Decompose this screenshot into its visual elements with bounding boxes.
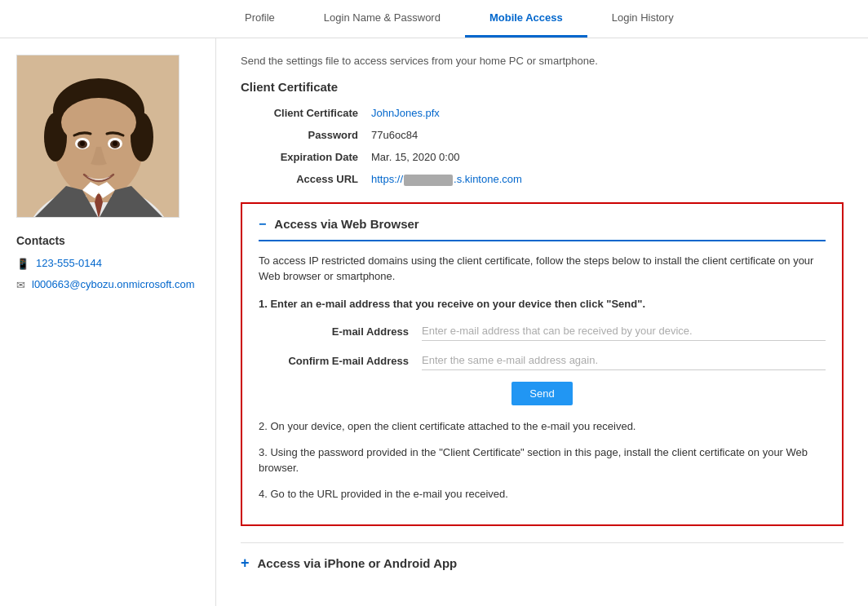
sidebar: Contacts 📱 123-555-0144 ✉ l000663@cybozu… bbox=[0, 38, 216, 606]
access-iphone-android-title: Access via iPhone or Android App bbox=[258, 556, 458, 570]
phone-number[interactable]: 123-555-0144 bbox=[36, 257, 102, 269]
password-row: Password 77u6oc84 bbox=[241, 129, 844, 141]
email-address-label: E-mail Address bbox=[259, 325, 422, 338]
access-web-browser-description: To access IP restricted domains using th… bbox=[259, 253, 826, 285]
svg-point-12 bbox=[80, 141, 85, 146]
expiration-date-value: Mar. 15, 2020 0:00 bbox=[371, 151, 459, 163]
tab-login-history[interactable]: Login History bbox=[587, 0, 698, 38]
svg-point-13 bbox=[113, 141, 117, 146]
client-certificate-section-title: Client Certificate bbox=[241, 80, 844, 94]
content-area: Send the settings file to access service… bbox=[216, 38, 868, 606]
step4-text: 4. Go to the URL provided in the e-mail … bbox=[259, 486, 826, 502]
access-web-browser-title: Access via Web Browser bbox=[274, 217, 418, 231]
avatar bbox=[16, 55, 179, 218]
phone-icon: 📱 bbox=[16, 258, 29, 270]
access-url-suffix: .s.kintone.com bbox=[454, 173, 522, 185]
email-address[interactable]: l000663@cybozu.onmicrosoft.com bbox=[32, 278, 195, 290]
tab-mobile-access[interactable]: Mobile Access bbox=[465, 0, 587, 38]
confirm-email-row: Confirm E-mail Address bbox=[259, 351, 826, 370]
step1-text: 1. Enter an e-mail address that you rece… bbox=[259, 296, 826, 312]
send-button-row: Send bbox=[259, 382, 826, 405]
tab-login-name-password[interactable]: Login Name & Password bbox=[299, 0, 465, 38]
expiration-date-row: Expiration Date Mar. 15, 2020 0:00 bbox=[241, 151, 844, 163]
expand-icon[interactable]: + bbox=[241, 555, 250, 572]
email-icon: ✉ bbox=[16, 279, 25, 291]
send-button[interactable]: Send bbox=[512, 382, 572, 405]
collapse-icon[interactable]: − bbox=[259, 217, 266, 232]
contact-email: ✉ l000663@cybozu.onmicrosoft.com bbox=[16, 278, 199, 291]
client-certificate-value[interactable]: JohnJones.pfx bbox=[371, 107, 440, 119]
tab-navigation: Profile Login Name & Password Mobile Acc… bbox=[0, 0, 868, 38]
expiration-date-label: Expiration Date bbox=[241, 151, 371, 163]
access-url-label: Access URL bbox=[241, 173, 371, 185]
confirm-email-input[interactable] bbox=[422, 351, 826, 370]
access-url-value[interactable]: https://.s.kintone.com bbox=[371, 173, 522, 186]
client-certificate-row: Client Certificate JohnJones.pfx bbox=[241, 107, 844, 119]
access-iphone-android-section[interactable]: + Access via iPhone or Android App bbox=[241, 542, 844, 583]
access-url-row: Access URL https://.s.kintone.com bbox=[241, 173, 844, 186]
main-layout: Contacts 📱 123-555-0144 ✉ l000663@cybozu… bbox=[0, 38, 868, 606]
contacts-label: Contacts bbox=[16, 234, 199, 247]
intro-text: Send the settings file to access service… bbox=[241, 55, 844, 67]
email-address-row: E-mail Address bbox=[259, 321, 826, 341]
access-box-divider bbox=[259, 240, 826, 241]
tab-profile[interactable]: Profile bbox=[220, 0, 299, 38]
step2-text: 2. On your device, open the client certi… bbox=[259, 418, 826, 435]
access-url-prefix: https:// bbox=[371, 173, 403, 185]
confirm-email-label: Confirm E-mail Address bbox=[259, 355, 422, 367]
access-url-blurred bbox=[404, 175, 453, 186]
password-value: 77u6oc84 bbox=[371, 129, 418, 141]
access-web-browser-box: − Access via Web Browser To access IP re… bbox=[241, 202, 844, 527]
access-box-header: − Access via Web Browser bbox=[259, 217, 826, 232]
svg-point-7 bbox=[61, 98, 136, 147]
client-certificate-label: Client Certificate bbox=[241, 107, 371, 119]
email-address-input[interactable] bbox=[422, 321, 826, 341]
contact-phone: 📱 123-555-0144 bbox=[16, 257, 199, 270]
step3-text: 3. Using the password provided in the "C… bbox=[259, 445, 826, 476]
password-label: Password bbox=[241, 129, 371, 141]
